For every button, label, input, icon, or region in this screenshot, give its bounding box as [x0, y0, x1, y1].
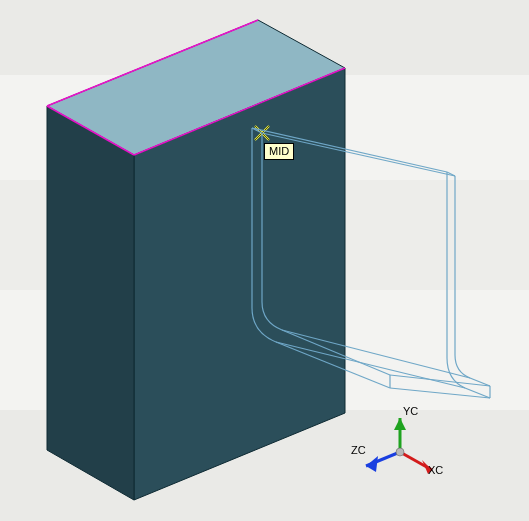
- solid-side-face: [47, 106, 134, 500]
- svg-point-29: [396, 448, 404, 456]
- svg-line-19: [390, 388, 490, 398]
- svg-marker-24: [422, 460, 432, 474]
- scene-svg: [0, 0, 529, 521]
- cad-viewport[interactable]: MID XC YC ZC: [0, 0, 529, 521]
- coordinate-triad[interactable]: [366, 418, 432, 474]
- svg-marker-26: [394, 418, 406, 430]
